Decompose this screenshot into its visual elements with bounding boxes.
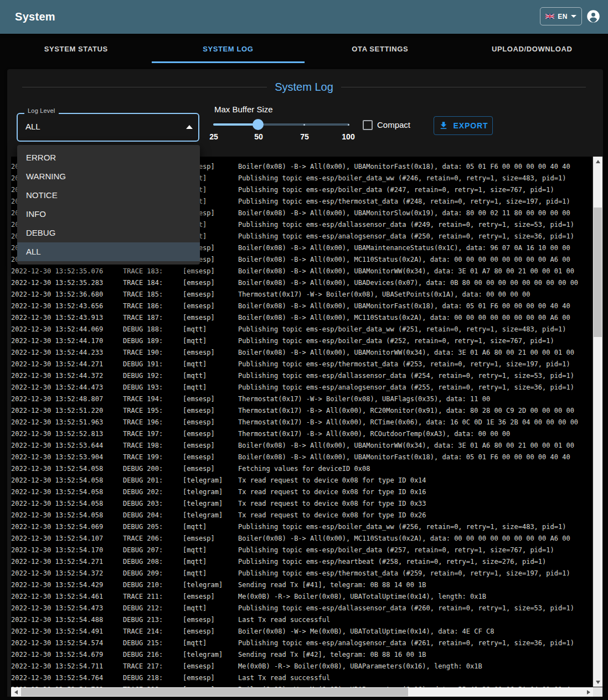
log-row: 2022-12-30 13:52:54.271 DEBUG 208: [mqtt… bbox=[11, 556, 592, 568]
log-message: Publishing topic ems-esp/boiler_data (#2… bbox=[238, 184, 592, 196]
log-row: 2022-12-30 13:52:44.473 DEBUG 193: [mqtt… bbox=[11, 382, 592, 393]
log-row: 2022-12-30 13:52:44.069 DEBUG 188: [mqtt… bbox=[11, 324, 592, 335]
log-timestamp: 2022-12-30 13:52:35.283 bbox=[11, 277, 123, 289]
export-button[interactable]: EXPORT bbox=[434, 116, 493, 135]
log-source: [emsesp] bbox=[183, 277, 238, 289]
language-selector[interactable]: EN bbox=[540, 7, 582, 25]
log-message: Tx read request to device 0x08 for type … bbox=[238, 486, 592, 498]
log-row: 2022-12-30 13:52:54.069 DEBUG 205: [mqtt… bbox=[11, 521, 592, 533]
log-message: Publishing topic ems-esp/thermostat_data… bbox=[238, 359, 592, 370]
log-timestamp: 2022-12-30 13:52:44.271 bbox=[11, 359, 123, 370]
log-timestamp: 2022-12-30 13:52:44.473 bbox=[11, 382, 123, 393]
horizontal-scroll-thumb[interactable] bbox=[21, 688, 408, 696]
system-page: System EN SYSTEM STATUS bbox=[0, 0, 608, 700]
log-source: [mqtt] bbox=[183, 568, 238, 579]
log-message: Publishing topic ems-esp/dallassensor_da… bbox=[238, 219, 592, 231]
log-row: 2022-12-30 13:52:54.488 DEBUG 213: [emse… bbox=[11, 614, 592, 626]
log-message: Boiler(0x08) -B-> All(0x00), UBAMonitorF… bbox=[238, 452, 592, 463]
menu-item-all[interactable]: ALL bbox=[17, 242, 200, 261]
log-timestamp: 2022-12-30 13:52:54.574 bbox=[11, 637, 123, 649]
log-source: [emsesp] bbox=[183, 405, 238, 417]
divider bbox=[22, 87, 267, 87]
log-level: DEBUG 202: bbox=[123, 486, 183, 498]
log-source: [telegram] bbox=[183, 510, 238, 521]
log-source: [emsesp] bbox=[183, 452, 238, 463]
slider-mark-dot bbox=[348, 124, 349, 126]
log-message: Boiler(0x08) -B-> All(0x00), MC110Status… bbox=[238, 254, 592, 266]
tab-ota-settings[interactable]: OTA SETTINGS bbox=[304, 34, 456, 64]
log-message: Publishing topic ems-esp/boiler_data_ww … bbox=[238, 324, 592, 335]
menu-item-debug[interactable]: DEBUG bbox=[17, 224, 200, 242]
log-timestamp: 2022-12-30 13:52:35.076 bbox=[11, 266, 123, 277]
log-row: 2022-12-30 13:52:44.233 TRACE 190: [emse… bbox=[11, 347, 592, 359]
tab-system-status[interactable]: SYSTEM STATUS bbox=[0, 34, 152, 64]
compact-label[interactable]: Compact bbox=[377, 116, 410, 134]
log-row: 2022-12-30 13:52:54.491 TRACE 214: [emse… bbox=[11, 626, 592, 637]
log-row: 2022-12-30 13:52:54.058 DEBUG 201: [tele… bbox=[11, 475, 592, 486]
log-row: 2022-12-30 13:52:54.058 DEBUG 202: [tele… bbox=[11, 486, 592, 498]
chevron-up-icon bbox=[186, 125, 193, 129]
log-timestamp: 2022-12-30 13:52:54.491 bbox=[11, 626, 123, 637]
log-level: TRACE 187: bbox=[123, 312, 183, 324]
log-level: TRACE 199: bbox=[123, 452, 183, 463]
log-level: DEBUG 215: bbox=[123, 637, 183, 649]
log-row: 2022-12-30 13:52:54.058 DEBUG 204: [tele… bbox=[11, 510, 592, 521]
buffer-slider-track bbox=[213, 123, 258, 126]
log-message: Publishing topic ems-esp/thermostat_data… bbox=[238, 196, 592, 208]
log-timestamp: 2022-12-30 13:52:54.679 bbox=[11, 649, 123, 661]
log-row: 2022-12-30 13:52:54.711 TRACE 217: [emse… bbox=[11, 661, 592, 672]
log-message: Publishing topic ems-esp/analogsensor_da… bbox=[238, 382, 592, 393]
log-level: TRACE 217: bbox=[123, 661, 183, 672]
log-row: 2022-12-30 13:52:53.904 TRACE 199: [emse… bbox=[11, 452, 592, 463]
scroll-up-button[interactable] bbox=[593, 157, 602, 166]
scroll-down-button[interactable] bbox=[593, 677, 602, 687]
tab-upload-download[interactable]: UPLOAD/DOWNLOAD bbox=[456, 34, 608, 64]
log-row: 2022-12-30 13:52:43.656 TRACE 186: [emse… bbox=[11, 300, 592, 312]
menu-item-error[interactable]: ERROR bbox=[17, 148, 200, 167]
log-timestamp: 2022-12-30 13:52:52.813 bbox=[11, 428, 123, 440]
log-level: TRACE 206: bbox=[123, 533, 183, 545]
tab-system-log[interactable]: SYSTEM LOG bbox=[152, 34, 305, 64]
log-level: TRACE 214: bbox=[123, 626, 183, 637]
buffer-slider-thumb[interactable] bbox=[253, 119, 264, 130]
log-level: DEBUG 210: bbox=[123, 579, 183, 591]
scroll-right-button[interactable] bbox=[584, 687, 593, 697]
log-row: 2022-12-30 13:52:44.271 DEBUG 191: [mqtt… bbox=[11, 359, 592, 370]
log-source: [emsesp] bbox=[183, 347, 238, 359]
menu-item-warning[interactable]: WARNING bbox=[17, 167, 200, 186]
menu-item-info[interactable]: INFO bbox=[17, 205, 200, 224]
log-level: DEBUG 204: bbox=[123, 510, 183, 521]
log-message: Publishing topic ems-esp/dallassensor_da… bbox=[238, 603, 592, 614]
log-source: [emsesp] bbox=[183, 393, 238, 405]
log-timestamp: 2022-12-30 13:52:54.271 bbox=[11, 556, 123, 568]
language-label: EN bbox=[558, 13, 567, 20]
log-level-select[interactable] bbox=[17, 113, 199, 142]
uk-flag-icon bbox=[545, 13, 554, 19]
log-message: Boiler(0x08) -B-> All(0x00), UBADevices(… bbox=[238, 277, 592, 289]
app-bar: System EN bbox=[0, 0, 608, 34]
account-button[interactable] bbox=[586, 9, 601, 24]
log-row: 2022-12-30 13:52:51.220 TRACE 195: [emse… bbox=[11, 405, 592, 417]
log-row: 2022-12-30 13:52:36.680 TRACE 185: [emse… bbox=[11, 289, 592, 300]
log-row: 2022-12-30 13:52:54.461 TRACE 211: [emse… bbox=[11, 591, 592, 603]
log-timestamp: 2022-12-30 13:52:44.233 bbox=[11, 347, 123, 359]
log-message: Boiler(0x08) -B-> All(0x00), UBAMonitorF… bbox=[238, 161, 592, 173]
panel-header: System Log bbox=[22, 81, 586, 93]
menu-item-notice[interactable]: NOTICE bbox=[17, 186, 200, 205]
log-source: [emsesp] bbox=[183, 289, 238, 300]
slider-mark-75: 75 bbox=[300, 132, 309, 141]
active-tab-indicator bbox=[152, 61, 305, 63]
log-message: Thermostat(0x17) -B-> All(0x00), RCOutdo… bbox=[238, 428, 592, 440]
compact-checkbox[interactable] bbox=[363, 120, 373, 130]
log-source: [mqtt] bbox=[183, 521, 238, 533]
log-level: TRACE 195: bbox=[123, 405, 183, 417]
log-source: [telegram] bbox=[183, 486, 238, 498]
log-message: Me(0x0B) -R-> Boiler(0x08), UBATotalUpti… bbox=[238, 591, 592, 603]
vertical-scroll-thumb[interactable] bbox=[594, 208, 602, 337]
log-timestamp: 2022-12-30 13:52:44.170 bbox=[11, 335, 123, 347]
scroll-left-button[interactable] bbox=[11, 687, 20, 697]
log-message: Fetching values for deviceID 0x08 bbox=[238, 463, 592, 475]
log-level: DEBUG 192: bbox=[123, 370, 183, 382]
log-source: [mqtt] bbox=[183, 603, 238, 614]
log-row: 2022-12-30 13:52:53.644 TRACE 198: [emse… bbox=[11, 440, 592, 452]
